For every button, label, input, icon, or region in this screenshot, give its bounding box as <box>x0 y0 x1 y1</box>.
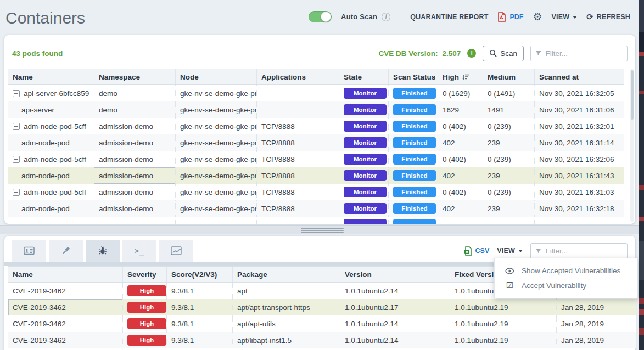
panel-splitter[interactable] <box>0 225 639 234</box>
bug-icon <box>98 246 108 256</box>
scan-status-badge: Finished <box>393 137 436 148</box>
filter-icon <box>535 247 541 255</box>
quarantine-report-button[interactable]: QUARANTINE REPORT <box>410 13 488 21</box>
col-node[interactable]: Node <box>175 69 256 84</box>
tab-rules[interactable] <box>49 240 83 262</box>
col-package[interactable]: Package <box>232 267 340 282</box>
toggle-knob <box>321 12 331 22</box>
page-title: Containers <box>5 9 85 27</box>
col-score[interactable]: Score(V2/V3) <box>166 267 232 282</box>
pdf-button[interactable]: PDF <box>497 12 523 22</box>
details-toolbar-right: CSV VIEW <box>464 243 628 259</box>
collapse-icon[interactable] <box>13 90 20 97</box>
pods-filter-input[interactable] <box>545 49 623 58</box>
pods-table-scrollbar[interactable] <box>630 69 634 222</box>
scan-status-badge: Finished <box>393 154 436 165</box>
checkbox-icon: ☑ <box>505 281 514 290</box>
pod-row-partial[interactable] <box>8 217 624 224</box>
chevron-down-icon <box>573 16 577 21</box>
state-badge: Monitor <box>344 121 387 132</box>
filter-icon <box>535 50 541 57</box>
csv-icon <box>464 246 472 256</box>
severity-badge: High <box>127 302 166 313</box>
terminal-icon: >_ <box>135 246 145 255</box>
collapse-icon[interactable] <box>13 123 20 130</box>
gear-icon[interactable]: ⚙ <box>533 12 542 22</box>
collapse-icon[interactable] <box>13 156 20 163</box>
top-bar: Containers Auto Scan i QUARANTINE REPORT… <box>0 0 639 34</box>
pod-row-selected[interactable]: adm-node-pod admission-demo gke-nv-se-de… <box>8 167 624 184</box>
menu-item-show-accepted[interactable]: Show Accepted Vulnerabilities <box>495 263 637 278</box>
col-high[interactable]: High <box>438 69 483 84</box>
eye-icon <box>505 268 514 274</box>
scan-button-label: Scan <box>500 49 517 58</box>
col-cve-name[interactable]: Name <box>8 267 122 282</box>
vuln-row[interactable]: CVE-2019-3462 High 9.3/8.1 apt/libapt-in… <box>8 332 637 348</box>
vuln-row-selected[interactable]: CVE-2019-3462 High 9.3/8.1 apt/apt-trans… <box>8 299 637 315</box>
severity-badge: High <box>127 285 166 296</box>
state-badge: Monitor <box>344 137 387 148</box>
details-filter-input[interactable] <box>545 247 623 255</box>
auto-scan-toggle[interactable] <box>309 11 332 22</box>
pod-row[interactable]: adm-node-pod-5cff admission-demo gke-nv-… <box>8 184 624 200</box>
pdf-icon <box>497 12 506 22</box>
scrollbar-thumb[interactable] <box>631 70 634 120</box>
pod-row[interactable]: adm-node-pod-5cff admission-demo gke-nv-… <box>8 151 624 167</box>
top-actions: Auto Scan i QUARANTINE REPORT PDF ⚙ VIEW… <box>309 11 630 22</box>
tab-vulnerabilities[interactable] <box>86 240 120 262</box>
col-scanned-at[interactable]: Scanned at <box>534 69 624 84</box>
state-badge: Monitor <box>344 187 387 197</box>
pods-count: 43 pods found <box>12 49 63 58</box>
state-badge: Monitor <box>344 170 387 181</box>
menu-item-accept-vulnerability[interactable]: ☑ Accept Vulnerability <box>495 278 637 293</box>
cve-db-version: 2.507 <box>442 49 461 58</box>
pods-toolbar: 43 pods found CVE DB Version: 2.507 i Sc… <box>12 45 628 61</box>
menu-item-label: Show Accepted Vulnerabilities <box>522 267 620 275</box>
tab-id-card[interactable] <box>12 240 46 262</box>
severity-badge: High <box>127 318 166 329</box>
splitter-drag-handle[interactable] <box>301 228 344 233</box>
pod-row[interactable]: adm-node-pod-5cff admission-demo gke-nv-… <box>8 118 624 134</box>
cve-info-icon[interactable]: i <box>467 49 476 58</box>
pod-row[interactable]: adm-node-pod admission-demo gke-nv-se-de… <box>8 200 624 217</box>
severity-badge: High <box>127 335 166 346</box>
col-version[interactable]: Version <box>340 267 450 282</box>
view-menu-button[interactable]: VIEW <box>552 13 578 21</box>
col-scan-status[interactable]: Scan Status <box>388 69 438 84</box>
state-badge: Monitor <box>344 104 387 115</box>
pdf-label: PDF <box>509 13 523 21</box>
details-view-menu-button[interactable]: VIEW <box>497 247 523 255</box>
tab-stats[interactable] <box>159 240 193 262</box>
pod-row[interactable]: api-server demo gke-nv-se-demo-gke-pr Mo… <box>8 101 624 118</box>
refresh-button[interactable]: ⟳ REFRESH <box>586 12 630 22</box>
scan-status-badge: Finished <box>393 203 436 214</box>
pod-row[interactable]: api-server-6bfcc859 demo gke-nv-se-demo-… <box>8 85 624 101</box>
col-namespace[interactable]: Namespace <box>94 69 175 84</box>
auto-scan-label: Auto Scan <box>341 13 377 21</box>
pods-filter <box>530 46 628 61</box>
vuln-row[interactable]: CVE-2019-3462 High 9.3/8.1 apt/apt-utils… <box>8 315 637 332</box>
col-medium[interactable]: Medium <box>483 69 534 84</box>
info-icon[interactable]: i <box>382 13 390 21</box>
collapse-icon[interactable] <box>13 189 20 196</box>
state-badge <box>344 219 387 224</box>
tab-terminal[interactable]: >_ <box>122 240 156 262</box>
pod-row[interactable]: adm-node-pod admission-demo gke-nv-se-de… <box>8 134 624 151</box>
col-state[interactable]: State <box>339 69 388 84</box>
col-severity[interactable]: Severity <box>122 267 166 282</box>
details-panel: >_ CSV VIEW <box>4 236 635 350</box>
sort-desc-icon <box>462 74 469 81</box>
csv-button[interactable]: CSV <box>464 246 490 256</box>
details-view-label: VIEW <box>497 247 515 255</box>
menu-item-label: Accept Vulnerability <box>522 281 586 290</box>
screen-edge-artifact <box>639 0 644 350</box>
col-applications[interactable]: Applications <box>256 69 339 84</box>
scan-button[interactable]: Scan <box>483 46 524 61</box>
csv-label: CSV <box>475 247 490 255</box>
refresh-icon: ⟳ <box>586 12 593 22</box>
col-name[interactable]: Name <box>8 69 94 84</box>
scan-status-badge: Finished <box>393 187 436 197</box>
gavel-icon <box>61 246 71 256</box>
state-badge: Monitor <box>344 88 387 99</box>
chevron-down-icon <box>518 250 523 255</box>
